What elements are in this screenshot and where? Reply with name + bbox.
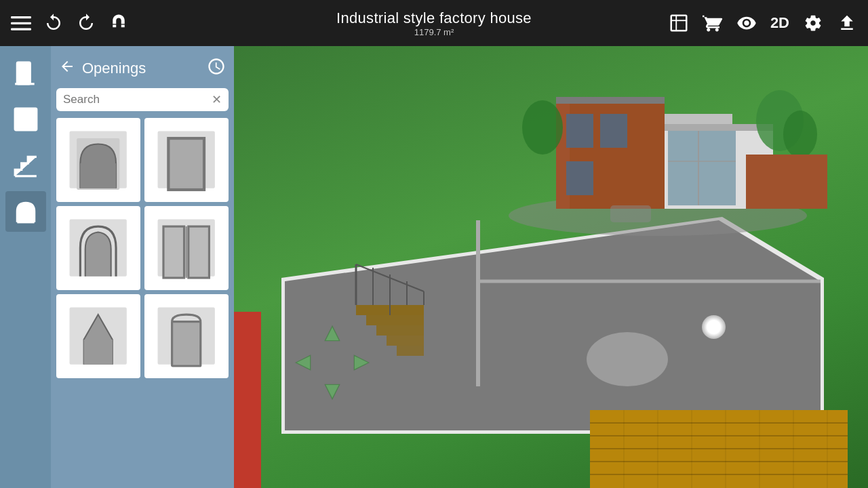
list-item[interactable] — [56, 206, 140, 290]
svg-rect-18 — [169, 138, 205, 190]
svg-marker-77 — [296, 355, 310, 369]
list-item[interactable] — [56, 294, 140, 378]
search-input[interactable] — [63, 93, 212, 106]
items-grid — [56, 118, 229, 378]
svg-point-42 — [522, 100, 563, 155]
svg-marker-78 — [355, 355, 369, 369]
svg-rect-1 — [11, 22, 31, 24]
svg-rect-55 — [387, 336, 424, 346]
view-2d-button[interactable]: 2D — [770, 14, 789, 32]
upload-icon[interactable] — [837, 13, 857, 33]
svg-point-7 — [26, 72, 28, 74]
panel-header: Openings — [56, 52, 229, 88]
left-panel: Openings ✕ — [0, 46, 234, 488]
nav-up-button[interactable] — [317, 319, 347, 348]
category-window[interactable] — [5, 99, 46, 140]
settings-icon[interactable] — [803, 13, 823, 33]
search-box: ✕ — [56, 88, 229, 111]
svg-rect-46 — [610, 205, 651, 222]
list-item[interactable] — [144, 294, 229, 378]
svg-rect-45 — [746, 155, 827, 209]
svg-rect-22 — [163, 226, 184, 278]
svg-rect-35 — [566, 161, 593, 195]
nav-left-button[interactable] — [288, 348, 317, 377]
red-wall-accent — [234, 312, 261, 488]
svg-marker-79 — [325, 385, 339, 399]
svg-rect-0 — [11, 16, 31, 18]
svg-rect-37 — [668, 131, 736, 205]
light-orb — [702, 315, 726, 339]
category-stairs[interactable] — [5, 145, 46, 186]
svg-rect-23 — [189, 226, 210, 278]
svg-point-44 — [783, 110, 817, 158]
project-title: Industrial style factory house — [336, 9, 532, 27]
list-item[interactable] — [144, 118, 229, 202]
svg-rect-33 — [566, 114, 593, 148]
svg-rect-2 — [11, 28, 31, 30]
nav-down-button[interactable] — [317, 378, 347, 407]
category-door[interactable] — [5, 53, 46, 94]
svg-rect-54 — [376, 325, 424, 336]
svg-point-51 — [587, 332, 668, 386]
nav-right-button[interactable] — [347, 348, 376, 377]
project-area: 1179.7 m² — [336, 27, 532, 37]
svg-rect-40 — [556, 97, 665, 104]
clear-search-icon[interactable]: ✕ — [212, 92, 222, 107]
svg-marker-76 — [325, 326, 339, 340]
back-button[interactable] — [59, 58, 75, 79]
panel-title: Openings — [82, 60, 200, 77]
svg-rect-26 — [84, 340, 113, 365]
toolbar-right: 2D — [669, 13, 857, 33]
category-arch[interactable] — [5, 191, 46, 232]
redo-icon[interactable] — [76, 13, 96, 33]
toolbar-left — [11, 13, 129, 33]
svg-rect-3 — [671, 16, 687, 31]
toolbar-center: Industrial style factory house 1179.7 m² — [336, 9, 532, 37]
wooden-deck — [590, 410, 848, 488]
eye-icon[interactable] — [736, 13, 757, 33]
cart-icon[interactable] — [703, 13, 723, 33]
list-item[interactable] — [56, 118, 140, 202]
nav-arrows — [288, 319, 376, 407]
viewport[interactable] — [234, 46, 868, 488]
items-panel: Openings ✕ — [51, 46, 234, 488]
magnet-icon[interactable] — [108, 13, 129, 33]
blueprint-icon[interactable] — [669, 13, 689, 33]
list-item[interactable] — [144, 206, 229, 290]
undo-icon[interactable] — [43, 13, 64, 33]
svg-rect-56 — [397, 346, 424, 356]
history-button[interactable] — [207, 57, 226, 80]
top-toolbar: Industrial style factory house 1179.7 m²… — [0, 0, 868, 46]
svg-rect-28 — [172, 322, 201, 366]
background-building — [488, 60, 827, 236]
category-sidebar — [0, 46, 51, 488]
svg-rect-16 — [81, 163, 117, 188]
svg-rect-34 — [600, 114, 627, 148]
menu-icon[interactable] — [11, 13, 31, 33]
